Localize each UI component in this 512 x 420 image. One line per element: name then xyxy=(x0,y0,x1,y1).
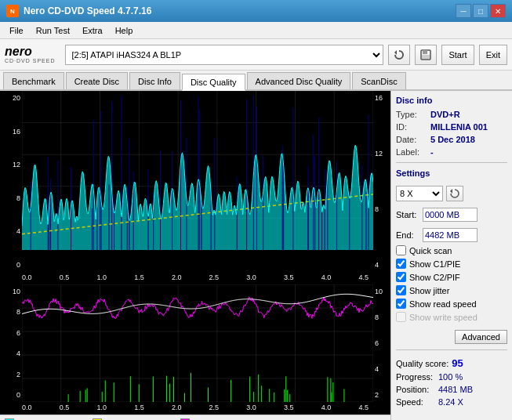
start-button[interactable]: Start xyxy=(441,45,474,65)
quick-scan-label: Quick scan xyxy=(409,246,452,255)
lower-x-axis: 0.0 0.5 1.0 1.5 2.0 2.5 3.0 3.5 4.0 4.5 xyxy=(0,402,390,415)
disc-type-value: DVD+R xyxy=(430,110,460,119)
settings-title: Settings xyxy=(396,168,507,178)
progress-row: Progress: 100 % xyxy=(396,372,507,382)
menubar: File Run Test Extra Help xyxy=(0,22,512,39)
progress-value: 100 % xyxy=(438,372,463,382)
save-icon-btn[interactable] xyxy=(415,45,437,65)
menu-extra[interactable]: Extra xyxy=(76,24,109,37)
divider-1 xyxy=(396,162,507,163)
show-write-speed-checkbox[interactable] xyxy=(396,312,406,322)
exit-button[interactable]: Exit xyxy=(479,45,507,65)
upper-x-axis: 0.0 0.5 1.0 1.5 2.0 2.5 3.0 3.5 4.0 4.5 xyxy=(0,272,390,284)
show-c2pif-row: Show C2/PIF xyxy=(396,272,507,282)
tab-disc-info[interactable]: Disc Info xyxy=(129,72,180,89)
quality-score-label: Quality score: xyxy=(396,359,448,368)
start-mb-row: Start: xyxy=(396,208,507,222)
disc-type-row: Type: DVD+R xyxy=(396,110,507,119)
refresh-small-icon xyxy=(450,189,459,198)
progress-label: Progress: xyxy=(396,372,435,382)
quick-scan-checkbox[interactable] xyxy=(396,245,406,255)
menu-run-test[interactable]: Run Test xyxy=(30,24,76,37)
speed-info-value: 8.24 X xyxy=(438,397,463,407)
svg-marker-0 xyxy=(394,50,397,55)
start-mb-input[interactable] xyxy=(423,208,478,222)
app-icon: N xyxy=(6,5,19,17)
refresh-icon xyxy=(394,49,405,60)
close-button[interactable]: ✕ xyxy=(490,4,506,18)
tabs: Benchmark Create Disc Disc Info Disc Qua… xyxy=(0,71,512,91)
stats-bar: PI Errors Average: 5.00 Maximum: 18 Tota… xyxy=(0,415,390,420)
show-c1pie-row: Show C1/PIE xyxy=(396,259,507,269)
disc-type-label: Type: xyxy=(396,110,427,119)
show-read-speed-checkbox[interactable] xyxy=(396,299,406,309)
position-row: Position: 4481 MB xyxy=(396,385,507,394)
start-mb-label: Start: xyxy=(396,210,419,219)
minimize-button[interactable]: ─ xyxy=(456,4,471,18)
advanced-button[interactable]: Advanced xyxy=(455,330,507,344)
disc-id-row: ID: MILLENIA 001 xyxy=(396,122,507,132)
quality-score-value: 95 xyxy=(452,357,463,369)
disc-date-value: 5 Dec 2018 xyxy=(430,135,475,144)
speed-row: 8 X xyxy=(396,186,507,201)
menu-file[interactable]: File xyxy=(3,24,30,37)
svg-rect-2 xyxy=(423,50,427,54)
toolbar: nero CD·DVD SPEED [2:5] ATAPI iHAS324 A … xyxy=(0,39,512,71)
show-c2pif-label: Show C2/PIF xyxy=(409,273,460,282)
disc-info-title: Disc info xyxy=(396,96,507,105)
disc-id-label: ID: xyxy=(396,122,427,132)
drive-select[interactable]: [2:5] ATAPI iHAS324 A BL1P xyxy=(65,45,384,65)
disc-date-row: Date: 5 Dec 2018 xyxy=(396,135,507,144)
tab-benchmark[interactable]: Benchmark xyxy=(3,72,64,89)
speed-select[interactable]: 8 X xyxy=(396,186,443,201)
position-value: 4481 MB xyxy=(438,385,473,394)
logo-area: nero CD·DVD SPEED xyxy=(5,45,56,63)
speed-info-row: Speed: 8.24 X xyxy=(396,397,507,407)
lower-chart-area: 10 8 6 4 2 0 10 8 6 4 2 xyxy=(0,284,390,415)
disc-date-label: Date: xyxy=(396,135,427,144)
lower-chart-canvas xyxy=(22,284,373,402)
show-jitter-checkbox[interactable] xyxy=(396,285,406,295)
lower-canvas xyxy=(22,284,373,402)
show-c1pie-checkbox[interactable] xyxy=(396,259,406,269)
main-layout: 20 16 12 8 4 0 16 12 8 4 0.0 xyxy=(0,91,512,420)
show-jitter-row: Show jitter xyxy=(396,285,507,295)
end-mb-label: End: xyxy=(396,230,419,240)
maximize-button[interactable]: □ xyxy=(473,4,488,18)
disc-label-value: - xyxy=(430,147,434,157)
menu-help[interactable]: Help xyxy=(109,24,140,37)
svg-marker-4 xyxy=(450,189,452,194)
upper-chart-canvas xyxy=(22,91,373,272)
position-label: Position: xyxy=(396,385,435,394)
speed-info-label: Speed: xyxy=(396,397,435,407)
tab-create-disc[interactable]: Create Disc xyxy=(66,72,128,89)
app-title: Nero CD-DVD Speed 4.7.7.16 xyxy=(24,5,151,16)
refresh-settings-btn[interactable] xyxy=(446,186,463,201)
show-jitter-label: Show jitter xyxy=(409,286,449,295)
show-c2pif-checkbox[interactable] xyxy=(396,272,406,282)
refresh-icon-btn[interactable] xyxy=(388,45,410,65)
left-section: 20 16 12 8 4 0 16 12 8 4 0.0 xyxy=(0,91,390,420)
lower-y-axis-right: 10 8 6 4 2 xyxy=(373,284,390,402)
logo-cdspeed: CD·DVD SPEED xyxy=(5,58,56,63)
lower-chart-with-axes: 10 8 6 4 2 0 10 8 6 4 2 xyxy=(0,284,390,402)
show-write-speed-label: Show write speed xyxy=(409,313,478,322)
right-panel: Disc info Type: DVD+R ID: MILLENIA 001 D… xyxy=(390,91,512,420)
lower-y-axis-left: 10 8 6 4 2 0 xyxy=(0,284,22,402)
tab-advanced-disc-quality[interactable]: Advanced Disc Quality xyxy=(247,72,351,89)
tab-disc-quality[interactable]: Disc Quality xyxy=(182,74,245,91)
upper-canvas xyxy=(22,91,373,250)
end-mb-input[interactable] xyxy=(423,228,478,242)
disc-label-row: Label: - xyxy=(396,147,507,157)
save-icon xyxy=(420,49,431,60)
upper-chart-with-axes: 20 16 12 8 4 0 16 12 8 4 xyxy=(0,91,390,272)
quick-scan-row: Quick scan xyxy=(396,245,507,255)
logo-nero: nero xyxy=(5,45,32,58)
show-read-speed-row: Show read speed xyxy=(396,299,507,309)
titlebar-left: N Nero CD-DVD Speed 4.7.7.16 xyxy=(6,5,151,17)
tab-scandisc[interactable]: ScanDisc xyxy=(352,72,405,89)
end-mb-row: End: xyxy=(396,228,507,242)
upper-y-axis-right: 16 12 8 4 xyxy=(373,91,390,272)
divider-2 xyxy=(396,349,507,350)
upper-y-axis-left: 20 16 12 8 4 0 xyxy=(0,91,22,272)
